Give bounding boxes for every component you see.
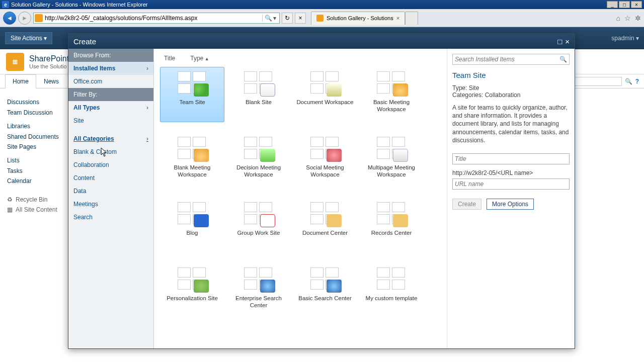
- filter-cat-search[interactable]: Search: [68, 211, 153, 224]
- detail-heading: Team Site: [452, 71, 570, 79]
- template-label: Basic Meeting Workspace: [360, 99, 423, 113]
- template-label: Basic Search Center: [296, 295, 353, 302]
- template-card[interactable]: My custom template: [359, 263, 424, 318]
- template-thumb-icon: [377, 137, 406, 160]
- filter-by-header: Filter By:: [68, 88, 153, 101]
- create-button[interactable]: Create: [452, 199, 481, 210]
- template-thumb-icon: [310, 137, 340, 160]
- template-thumb-icon: [244, 71, 273, 95]
- dialog-maximize-button[interactable]: □: [557, 37, 562, 46]
- template-thumb-icon: [377, 202, 406, 225]
- chevron-right-icon: ›: [146, 135, 148, 142]
- template-label: Document Center: [300, 229, 350, 236]
- template-thumb-icon: [178, 267, 207, 291]
- filter-cat-content[interactable]: Content: [68, 171, 153, 185]
- template-thumb-icon: [310, 202, 340, 225]
- template-card[interactable]: Document Center: [293, 198, 357, 253]
- template-card[interactable]: Blank Site: [226, 67, 291, 122]
- sort-by-type[interactable]: Type: [190, 55, 209, 62]
- detail-categories: Categories: Collaboration: [452, 92, 570, 99]
- filter-all-types[interactable]: All Types›: [68, 101, 153, 114]
- template-gallery: Title Type Team Site Blank Site Document…: [154, 49, 447, 348]
- more-options-button[interactable]: More Options: [487, 199, 534, 210]
- gallery-sort-header: Title Type: [158, 53, 443, 67]
- template-card[interactable]: Basic Meeting Workspace: [359, 67, 424, 122]
- template-thumb-icon: [377, 267, 406, 291]
- template-thumb-icon: [244, 202, 273, 225]
- template-thumb-icon: [178, 137, 207, 160]
- filter-cat-collaboration[interactable]: Collaboration: [68, 158, 153, 171]
- template-label: Blank Meeting Workspace: [160, 164, 224, 178]
- template-card[interactable]: Enterprise Search Center: [226, 263, 291, 318]
- template-card[interactable]: Records Center: [359, 198, 424, 253]
- filter-panel: Browse From: Installed Items› Office.com…: [68, 49, 154, 348]
- template-label: Blank Site: [244, 99, 274, 106]
- template-label: Personalization Site: [165, 295, 220, 302]
- filter-all-categories[interactable]: All Categories›: [68, 132, 153, 145]
- filter-office-com[interactable]: Office.com: [68, 75, 153, 88]
- detail-description: A site for teams to quickly organize, au…: [452, 104, 570, 144]
- filter-installed-items[interactable]: Installed Items›: [68, 62, 153, 75]
- chevron-right-icon: ›: [146, 65, 148, 72]
- template-card[interactable]: Blog: [160, 198, 224, 253]
- search-installed-items[interactable]: 🔍: [452, 54, 570, 65]
- template-label: Decision Meeting Workspace: [227, 164, 290, 178]
- filter-cat-meetings[interactable]: Meetings: [68, 198, 153, 211]
- template-thumb-icon: [178, 202, 207, 225]
- template-label: My custom template: [364, 295, 420, 302]
- template-card[interactable]: Social Meeting Workspace: [293, 132, 357, 188]
- template-label: Records Center: [369, 229, 414, 236]
- dialog-title: Create: [73, 37, 96, 46]
- filter-cat-data[interactable]: Data: [68, 185, 153, 198]
- create-dialog: Create □ × Browse From: Installed Items›…: [68, 33, 575, 349]
- template-label: Document Workspace: [295, 99, 356, 106]
- template-thumb-icon: [310, 71, 340, 95]
- template-label: Blog: [184, 229, 200, 236]
- filter-cat-blank-custom[interactable]: Blank & Custom: [68, 145, 153, 158]
- detail-type: Type: Site: [452, 84, 570, 92]
- dialog-titlebar: Create □ ×: [68, 34, 575, 49]
- url-name-field[interactable]: [452, 178, 570, 190]
- template-thumb-icon: [244, 267, 273, 291]
- template-card[interactable]: Decision Meeting Workspace: [226, 132, 291, 188]
- dialog-close-button[interactable]: ×: [565, 37, 570, 46]
- detail-panel: 🔍 Team Site Type: Site Categories: Colla…: [447, 49, 575, 348]
- template-card[interactable]: Document Workspace: [293, 67, 357, 122]
- template-label: Enterprise Search Center: [227, 295, 290, 309]
- sort-by-title[interactable]: Title: [164, 55, 175, 62]
- filter-type-site[interactable]: Site: [68, 114, 153, 127]
- template-card[interactable]: Basic Search Center: [293, 263, 357, 318]
- search-icon[interactable]: 🔍: [559, 56, 567, 63]
- template-label: Social Meeting Workspace: [293, 164, 357, 178]
- template-thumb-icon: [377, 71, 406, 95]
- template-label: Multipage Meeting Workspace: [360, 164, 423, 178]
- title-field[interactable]: [452, 153, 570, 164]
- template-thumb-icon: [178, 71, 207, 95]
- template-label: Team Site: [177, 99, 207, 106]
- template-label: Group Work Site: [235, 229, 282, 236]
- template-card[interactable]: Team Site: [160, 67, 224, 122]
- template-thumb-icon: [244, 137, 273, 160]
- template-card[interactable]: Group Work Site: [226, 198, 291, 253]
- template-thumb-icon: [310, 267, 340, 291]
- url-prefix-label: http://w2k8r2-05/<URL name>: [452, 169, 570, 176]
- template-card[interactable]: Personalization Site: [160, 263, 224, 318]
- template-card[interactable]: Multipage Meeting Workspace: [359, 132, 424, 188]
- search-installed-input[interactable]: [455, 56, 559, 63]
- browse-from-header: Browse From:: [68, 49, 153, 62]
- chevron-right-icon: ›: [146, 104, 148, 111]
- template-card[interactable]: Blank Meeting Workspace: [160, 132, 224, 188]
